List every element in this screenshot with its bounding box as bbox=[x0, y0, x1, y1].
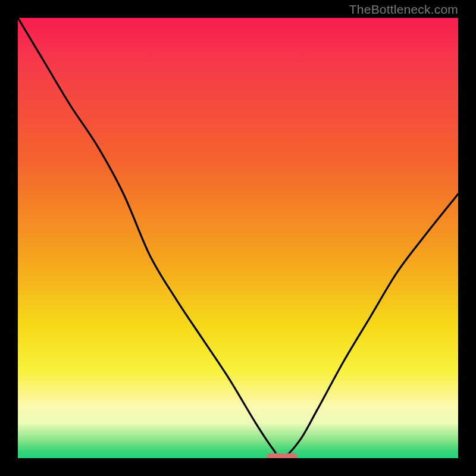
chart-frame: TheBottleneck.com bbox=[0, 0, 476, 476]
curve-layer bbox=[18, 18, 458, 458]
optimal-marker bbox=[267, 453, 298, 458]
watermark-text: TheBottleneck.com bbox=[349, 2, 458, 17]
bottleneck-curve bbox=[18, 18, 458, 458]
plot-area bbox=[18, 18, 458, 458]
